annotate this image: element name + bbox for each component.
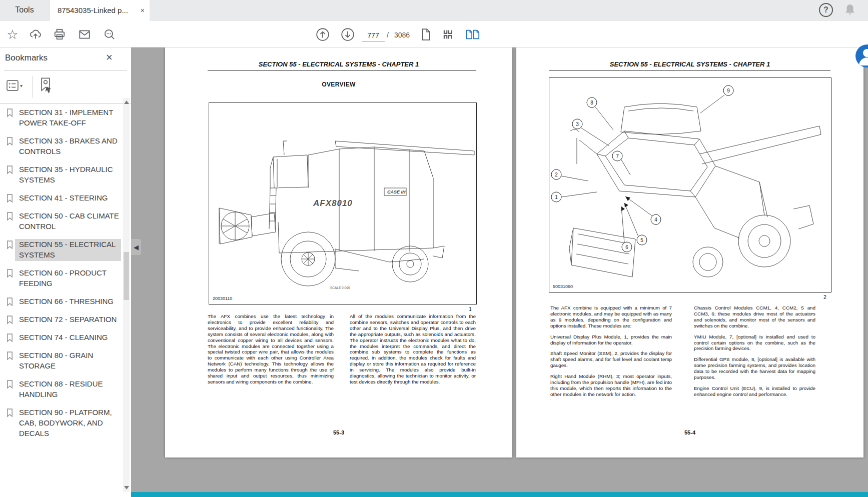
bookmarks-options-button[interactable]: ▾ bbox=[5, 78, 23, 93]
bookmark-item-section-60[interactable]: SECTION 60 - PRODUCT FEEDING bbox=[6, 268, 121, 290]
page-total: 3086 bbox=[394, 31, 410, 39]
paragraph: All of the modules communicate informati… bbox=[350, 314, 476, 385]
bookmark-item-section-50[interactable]: SECTION 50 - CAB CLIMATE CONTROL bbox=[6, 210, 121, 232]
bookmark-item-section-74[interactable]: SECTION 74 - CLEANING bbox=[6, 332, 121, 344]
bookmark-item-section-88[interactable]: SECTION 88 - RESIDUE HANDLING bbox=[6, 378, 121, 400]
page-separator: / bbox=[387, 31, 389, 39]
printer-icon[interactable] bbox=[52, 27, 67, 42]
bookmark-flag-icon bbox=[6, 192, 15, 204]
bookmark-item-section-41[interactable]: SECTION 41 - STEERING bbox=[6, 192, 121, 204]
paragraph: Universal Display Plus Module, 1, provid… bbox=[550, 334, 672, 346]
divider bbox=[0, 103, 131, 104]
collapse-panel-button[interactable]: ◀ bbox=[131, 239, 141, 255]
bookmark-flag-icon bbox=[6, 136, 15, 158]
brand-label: CASE IH bbox=[387, 190, 406, 194]
paragraph: Differential GPS module, 8, [optional] i… bbox=[694, 356, 815, 380]
bookmarks-title: Bookmarks bbox=[5, 53, 48, 63]
callout-3: 3 bbox=[576, 122, 579, 127]
two-page-view-icon[interactable] bbox=[465, 27, 480, 42]
bookmark-flag-icon bbox=[6, 239, 15, 261]
paragraph: Chassis Control Modules CCM1, 4, CCM2, 5… bbox=[694, 305, 815, 329]
model-label: AFX8010 bbox=[313, 198, 353, 208]
paragraph: Engine Control Unit (ECU), 9, is install… bbox=[694, 386, 815, 398]
page-header: SECTION 55 - ELECTRICAL SYSTEMS - CHAPTE… bbox=[516, 60, 863, 68]
scale-note: SCALE 0.060 bbox=[330, 286, 350, 290]
bookmark-flag-icon bbox=[6, 350, 15, 372]
page-number-label: 55-3 bbox=[165, 430, 512, 436]
tab-bar: Tools 87543035-Linked p... × ? bbox=[0, 0, 868, 20]
paragraph: The AFX combine is equipped with a minim… bbox=[550, 305, 672, 329]
pdf-toolbar: ☆ / 3086 bbox=[0, 20, 868, 48]
pdf-page-right: SECTION 55 - ELECTRICAL SYSTEMS - CHAPTE… bbox=[516, 48, 863, 458]
callout-9: 9 bbox=[727, 88, 730, 94]
figure-1-combine-side-view: CASE IH AFX8010 SCALE 0.060 20030110 bbox=[209, 102, 477, 304]
bookmark-flag-icon bbox=[6, 378, 15, 400]
bookmarks-list: SECTION 31 - IMPLEMENT POWER TAKE-OFF SE… bbox=[6, 107, 121, 446]
scroll-up-icon[interactable] bbox=[124, 100, 129, 104]
previous-page-icon[interactable] bbox=[315, 27, 330, 42]
text-column-2: All of the modules communicate informati… bbox=[350, 314, 476, 390]
page-number-label: 55-4 bbox=[516, 430, 863, 436]
current-bookmark-button[interactable] bbox=[37, 76, 54, 94]
next-page-edge bbox=[131, 492, 868, 497]
search-icon[interactable] bbox=[102, 27, 117, 42]
bookmarks-panel: Bookmarks × ▾ SECTION 31 - IMPLEMENT POW… bbox=[0, 47, 131, 497]
bookmark-item-section-90[interactable]: SECTION 90 - PLATFORM, CAB, BODYWORK, AN… bbox=[6, 407, 121, 440]
text-column-1: The AFX combine is equipped with a minim… bbox=[550, 305, 672, 402]
document-area: SECTION 55 - ELECTRICAL SYSTEMS - CHAPTE… bbox=[131, 47, 868, 497]
bookmark-item-section-66[interactable]: SECTION 66 - THRESHING bbox=[6, 296, 121, 308]
bookmark-item-section-80[interactable]: SECTION 80 - GRAIN STORAGE bbox=[6, 350, 121, 372]
bookmarks-toolbar: ▾ bbox=[4, 74, 127, 100]
page-layout-icon[interactable] bbox=[441, 27, 456, 42]
divider bbox=[33, 76, 33, 98]
pdf-viewer-window: Tools 87543035-Linked p... × ? ☆ bbox=[0, 0, 868, 497]
chevron-down-icon: ▾ bbox=[20, 83, 23, 88]
paragraph: YMIU Module, 7, [optional] is installed … bbox=[694, 334, 815, 352]
callout-7: 7 bbox=[616, 154, 619, 159]
scrollbar-thumb[interactable] bbox=[124, 252, 129, 300]
callout-2: 2 bbox=[555, 172, 558, 178]
email-envelope-icon[interactable] bbox=[77, 27, 92, 42]
callout-8: 8 bbox=[590, 100, 593, 106]
callout-6: 6 bbox=[625, 244, 628, 250]
page-header: SECTION 55 - ELECTRICAL SYSTEMS - CHAPTE… bbox=[165, 60, 512, 68]
tab-document[interactable]: 87543035-Linked p... × bbox=[50, 0, 150, 20]
single-page-view-icon[interactable] bbox=[418, 27, 433, 42]
bookmark-flag-icon bbox=[6, 268, 15, 290]
figure-number: 1 bbox=[469, 306, 472, 312]
divider bbox=[4, 70, 127, 70]
paragraph: The AFX combines use the latest technolo… bbox=[208, 314, 334, 385]
notifications-bell-icon[interactable] bbox=[844, 4, 855, 16]
bookmark-item-section-31[interactable]: SECTION 31 - IMPLEMENT POWER TAKE-OFF bbox=[6, 107, 121, 129]
callout-1: 1 bbox=[555, 194, 558, 200]
help-icon[interactable]: ? bbox=[819, 3, 833, 17]
bookmark-flag-icon bbox=[6, 164, 15, 186]
bookmark-item-section-35[interactable]: SECTION 35 - HYDRAULIC SYSTEMS bbox=[6, 164, 121, 186]
bookmark-flag-icon bbox=[6, 314, 15, 326]
bookmark-flag-icon bbox=[6, 332, 15, 344]
close-tab-icon[interactable]: × bbox=[141, 6, 145, 14]
text-column-2: Chassis Control Modules CCM1, 4, CCM2, 5… bbox=[694, 305, 815, 402]
header-rule bbox=[549, 70, 830, 71]
bookmarks-close-icon[interactable]: × bbox=[106, 51, 113, 64]
figure-id: 50031060 bbox=[553, 284, 573, 289]
page-number-input[interactable] bbox=[362, 30, 385, 42]
favorites-star-icon[interactable]: ☆ bbox=[5, 27, 20, 42]
figure-id: 20030110 bbox=[213, 296, 232, 301]
overview-title: OVERVIEW bbox=[165, 81, 512, 88]
header-rule bbox=[208, 70, 476, 71]
bookmark-item-section-55[interactable]: SECTION 55 - ELECTRICAL SYSTEMS bbox=[6, 239, 121, 261]
callout-4: 4 bbox=[654, 217, 657, 222]
tab-tools[interactable]: Tools bbox=[0, 0, 50, 20]
bookmark-item-section-33[interactable]: SECTION 33 - BRAKES AND CONTROLS bbox=[6, 136, 121, 158]
figure-number: 2 bbox=[823, 294, 826, 300]
scroll-down-icon[interactable] bbox=[124, 486, 129, 490]
figure-2-combine-callout-view: 1 2 3 4 5 6 7 8 9 50031060 bbox=[549, 78, 831, 292]
bookmark-item-section-72[interactable]: SECTION 72 - SEPARATION bbox=[6, 314, 121, 326]
bookmark-flag-icon bbox=[6, 107, 15, 129]
paragraph: Shaft Speed Monitor (SSM), 2, provides t… bbox=[550, 350, 672, 368]
bookmark-flag-icon bbox=[6, 296, 15, 308]
cloud-upload-icon[interactable] bbox=[28, 27, 43, 42]
bookmarks-scrollbar[interactable] bbox=[123, 98, 130, 492]
next-page-icon[interactable] bbox=[340, 27, 355, 42]
